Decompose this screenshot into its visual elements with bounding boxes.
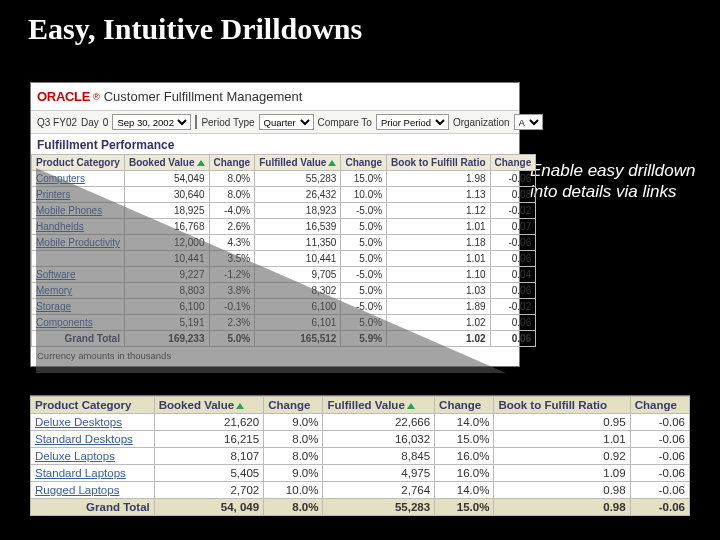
drilldown-link[interactable]: Computers [36, 173, 85, 184]
booked-change-cell: 2.3% [209, 315, 255, 331]
booked-change-cell: 3.8% [209, 283, 255, 299]
grand-total-row: Grand Total54, 0498.0%55,28315.0%0.98-0.… [31, 499, 690, 516]
fulfilled-value-cell: 26,432 [255, 187, 341, 203]
compare-label: Compare To [318, 117, 372, 128]
ratio-cell: 1.13 [387, 187, 490, 203]
drilldown-link[interactable]: Rugged Laptops [35, 484, 119, 496]
col-booked-value[interactable]: Booked Value [124, 155, 209, 171]
date-select[interactable]: Sep 30, 2002 [112, 114, 191, 130]
drilldown-link[interactable]: Mobile Productivity [36, 237, 120, 248]
category-cell: Standard Desktops [31, 431, 155, 448]
total-fulfilled-value: 165,512 [255, 331, 341, 347]
fulfilled-change-cell: 16.0% [435, 448, 494, 465]
grand-total-row: Grand Total169,2335.0%165,5125.9%1.020.0… [32, 331, 536, 347]
sort-asc-icon [328, 160, 336, 166]
ratio-cell: 1.89 [387, 299, 490, 315]
table-row: Storage6,100-0.1%6,100-5.0%1.89-0.02 [32, 299, 536, 315]
total-booked-value: 169,233 [124, 331, 209, 347]
table-row: Rugged Laptops2,70210.0%2,76414.0%0.98-0… [31, 482, 690, 499]
col-product-category[interactable]: Product Category [31, 397, 155, 414]
booked-change-cell: 4.3% [209, 235, 255, 251]
col-product-category[interactable]: Product Category [32, 155, 125, 171]
drilldown-link[interactable]: Standard Laptops [35, 467, 126, 479]
ratio-cell: 1.02 [387, 315, 490, 331]
fulfilled-value-cell: 18,923 [255, 203, 341, 219]
app-title: Customer Fulfillment Management [104, 89, 303, 104]
fulfilled-value-cell: 11,350 [255, 235, 341, 251]
category-cell: Rugged Laptops [31, 482, 155, 499]
callout-text: Enable easy drilldown into details via l… [530, 160, 700, 203]
fulfilled-change-cell: -5.0% [341, 299, 387, 315]
booked-change-cell: -0.1% [209, 299, 255, 315]
ratio-cell: 1.01 [387, 251, 490, 267]
ratio-change-cell: -0.06 [630, 482, 689, 499]
drilldown-link[interactable]: Memory [36, 285, 72, 296]
drilldown-link[interactable]: Storage [36, 301, 71, 312]
total-fulfilled-value: 55,283 [323, 499, 435, 516]
col-fulfilled-change[interactable]: Change [341, 155, 387, 171]
total-label: Grand Total [31, 499, 155, 516]
booked-change-cell: 2.6% [209, 219, 255, 235]
col-booked-value[interactable]: Booked Value [154, 397, 263, 414]
category-cell: Handhelds [32, 219, 125, 235]
col-booked-change[interactable]: Change [209, 155, 255, 171]
booked-value-cell: 54,049 [124, 171, 209, 187]
ratio-change-cell: -0.06 [630, 465, 689, 482]
ratio-cell: 1.12 [387, 203, 490, 219]
booked-value-cell: 6,100 [124, 299, 209, 315]
drilldown-link[interactable]: Components [36, 317, 93, 328]
table-row: Printers30,6408.0%26,43210.0%1.130.08 [32, 187, 536, 203]
app-window: ORACLE® Customer Fulfillment Management … [30, 82, 520, 367]
ratio-change-cell: 0.06 [490, 251, 536, 267]
col-fulfilled-change[interactable]: Change [435, 397, 494, 414]
total-ratio: 0.98 [494, 499, 630, 516]
fulfilled-value-cell: 16,032 [323, 431, 435, 448]
drilldown-link[interactable]: Deluxe Laptops [35, 450, 115, 462]
col-ratio-change[interactable]: Change [490, 155, 536, 171]
fulfilled-value-cell: 22,666 [323, 414, 435, 431]
table-row: Handhelds16,7682.6%16,5395.0%1.010.07 [32, 219, 536, 235]
drilldown-link[interactable]: Handhelds [36, 221, 84, 232]
compare-select[interactable]: Prior Period [376, 114, 449, 130]
performance-table: Product Category Booked Value Change Ful… [31, 154, 536, 347]
ratio-cell: 1.01 [494, 431, 630, 448]
col-fulfilled-value[interactable]: Fulfilled Value [255, 155, 341, 171]
col-ratio-change[interactable]: Change [630, 397, 689, 414]
fulfilled-change-cell: -5.0% [341, 267, 387, 283]
category-cell: Memory [32, 283, 125, 299]
sort-asc-icon [236, 403, 244, 409]
slide: Easy, Intuitive Drilldowns Enable easy d… [0, 0, 720, 540]
col-ratio[interactable]: Book to Fulfill Ratio [387, 155, 490, 171]
fulfilled-value-cell: 6,101 [255, 315, 341, 331]
fulfilled-change-cell: 5.0% [341, 283, 387, 299]
table-row: Software9,227-1.2%9,705-5.0%1.100.04 [32, 267, 536, 283]
filter-bar: Q3 FY02 Day 0 Sep 30, 2002 Period Type Q… [31, 111, 519, 134]
drilldown-link[interactable]: Mobile Phones [36, 205, 102, 216]
period-type-select[interactable]: Quarter [259, 114, 314, 130]
drilldown-link[interactable]: Software [36, 269, 75, 280]
total-fulfilled-change: 5.9% [341, 331, 387, 347]
ratio-change-cell: 0.08 [490, 187, 536, 203]
total-booked-change: 5.0% [209, 331, 255, 347]
col-booked-change[interactable]: Change [264, 397, 323, 414]
ratio-change-cell: -0.06 [490, 235, 536, 251]
ratio-cell: 0.98 [494, 482, 630, 499]
calendar-icon[interactable] [195, 115, 197, 129]
fulfilled-value-cell: 2,764 [323, 482, 435, 499]
ratio-cell: 1.01 [387, 219, 490, 235]
ratio-cell: 1.10 [387, 267, 490, 283]
table-row: 10,4413.5%10,4415.0%1.010.06 [32, 251, 536, 267]
fulfilled-value-cell: 55,283 [255, 171, 341, 187]
drilldown-link[interactable]: Deluxe Desktops [35, 416, 122, 428]
col-fulfilled-value[interactable]: Fulfilled Value [323, 397, 435, 414]
category-cell: Mobile Phones [32, 203, 125, 219]
drilldown-link[interactable]: Standard Desktops [35, 433, 133, 445]
col-ratio[interactable]: Book to Fulfill Ratio [494, 397, 630, 414]
drilldown-link[interactable]: Printers [36, 189, 70, 200]
category-cell: Deluxe Laptops [31, 448, 155, 465]
category-cell: Deluxe Desktops [31, 414, 155, 431]
organization-select[interactable]: A [514, 114, 543, 130]
table-row: Components5,1912.3%6,1015.0%1.020.06 [32, 315, 536, 331]
ratio-cell: 1.03 [387, 283, 490, 299]
category-cell [32, 251, 125, 267]
